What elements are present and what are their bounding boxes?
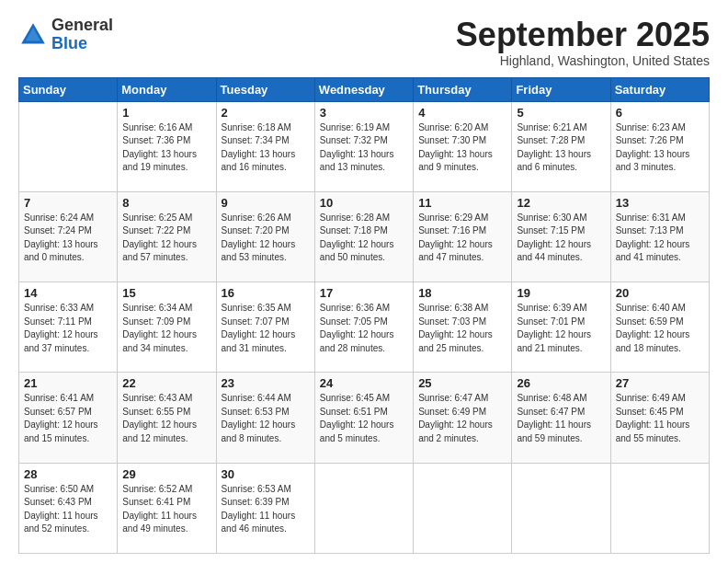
calendar-cell: 19Sunrise: 6:39 AM Sunset: 7:01 PM Dayli… xyxy=(512,282,610,373)
day-info: Sunrise: 6:44 AM Sunset: 6:53 PM Dayligh… xyxy=(222,392,310,445)
col-thursday: Thursday xyxy=(414,77,512,101)
calendar-week-5: 28Sunrise: 6:50 AM Sunset: 6:43 PM Dayli… xyxy=(19,463,710,553)
calendar-cell: 13Sunrise: 6:31 AM Sunset: 7:13 PM Dayli… xyxy=(610,191,709,282)
calendar-week-3: 14Sunrise: 6:33 AM Sunset: 7:11 PM Dayli… xyxy=(19,282,710,373)
day-number: 15 xyxy=(122,286,210,300)
calendar-cell xyxy=(19,101,118,191)
calendar-cell: 6Sunrise: 6:23 AM Sunset: 7:26 PM Daylig… xyxy=(610,101,709,191)
day-number: 2 xyxy=(222,106,310,120)
day-number: 27 xyxy=(616,376,704,390)
day-number: 11 xyxy=(418,196,506,210)
day-number: 16 xyxy=(222,286,310,300)
calendar-cell: 8Sunrise: 6:25 AM Sunset: 7:22 PM Daylig… xyxy=(118,191,216,282)
day-number: 3 xyxy=(320,106,408,120)
day-number: 14 xyxy=(24,286,112,300)
day-info: Sunrise: 6:21 AM Sunset: 7:28 PM Dayligh… xyxy=(517,121,605,175)
calendar-header-row: Sunday Monday Tuesday Wednesday Thursday… xyxy=(19,77,710,101)
calendar-cell: 5Sunrise: 6:21 AM Sunset: 7:28 PM Daylig… xyxy=(512,101,610,191)
day-info: Sunrise: 6:18 AM Sunset: 7:34 PM Dayligh… xyxy=(222,121,310,175)
calendar-cell: 21Sunrise: 6:41 AM Sunset: 6:57 PM Dayli… xyxy=(19,373,118,463)
day-number: 5 xyxy=(517,106,605,120)
day-info: Sunrise: 6:43 AM Sunset: 6:55 PM Dayligh… xyxy=(122,392,210,445)
calendar-cell: 15Sunrise: 6:34 AM Sunset: 7:09 PM Dayli… xyxy=(118,282,216,373)
day-info: Sunrise: 6:25 AM Sunset: 7:22 PM Dayligh… xyxy=(122,212,210,265)
calendar-cell: 14Sunrise: 6:33 AM Sunset: 7:11 PM Dayli… xyxy=(19,282,118,373)
calendar-table: Sunday Monday Tuesday Wednesday Thursday… xyxy=(18,77,710,554)
calendar-cell: 27Sunrise: 6:49 AM Sunset: 6:45 PM Dayli… xyxy=(610,373,709,463)
day-number: 13 xyxy=(616,196,704,210)
calendar-cell: 23Sunrise: 6:44 AM Sunset: 6:53 PM Dayli… xyxy=(216,373,314,463)
calendar-cell xyxy=(314,463,413,553)
title-block: September 2025 Highland, Washington, Uni… xyxy=(456,17,710,68)
day-info: Sunrise: 6:53 AM Sunset: 6:39 PM Dayligh… xyxy=(222,483,310,536)
calendar-cell: 2Sunrise: 6:18 AM Sunset: 7:34 PM Daylig… xyxy=(216,101,314,191)
col-friday: Friday xyxy=(512,77,610,101)
day-info: Sunrise: 6:19 AM Sunset: 7:32 PM Dayligh… xyxy=(320,121,408,175)
day-info: Sunrise: 6:29 AM Sunset: 7:16 PM Dayligh… xyxy=(418,212,506,265)
day-info: Sunrise: 6:47 AM Sunset: 6:49 PM Dayligh… xyxy=(418,392,506,445)
calendar-cell: 9Sunrise: 6:26 AM Sunset: 7:20 PM Daylig… xyxy=(216,191,314,282)
day-number: 17 xyxy=(320,286,408,300)
day-number: 29 xyxy=(122,467,210,481)
day-info: Sunrise: 6:24 AM Sunset: 7:24 PM Dayligh… xyxy=(24,212,112,265)
day-number: 4 xyxy=(418,106,506,120)
location: Highland, Washington, United States xyxy=(456,53,710,68)
logo-blue: Blue xyxy=(51,34,87,52)
day-number: 10 xyxy=(320,196,408,210)
day-number: 6 xyxy=(616,106,704,120)
calendar-week-1: 1Sunrise: 6:16 AM Sunset: 7:36 PM Daylig… xyxy=(19,101,710,191)
calendar-cell: 10Sunrise: 6:28 AM Sunset: 7:18 PM Dayli… xyxy=(314,191,413,282)
day-info: Sunrise: 6:39 AM Sunset: 7:01 PM Dayligh… xyxy=(517,302,605,355)
day-number: 9 xyxy=(222,196,310,210)
day-number: 8 xyxy=(122,196,210,210)
day-info: Sunrise: 6:28 AM Sunset: 7:18 PM Dayligh… xyxy=(320,212,408,265)
day-info: Sunrise: 6:30 AM Sunset: 7:15 PM Dayligh… xyxy=(517,212,605,265)
col-wednesday: Wednesday xyxy=(314,77,413,101)
calendar-cell: 4Sunrise: 6:20 AM Sunset: 7:30 PM Daylig… xyxy=(414,101,512,191)
calendar-cell: 17Sunrise: 6:36 AM Sunset: 7:05 PM Dayli… xyxy=(314,282,413,373)
logo-text: General Blue xyxy=(51,17,113,53)
calendar-cell: 25Sunrise: 6:47 AM Sunset: 6:49 PM Dayli… xyxy=(414,373,512,463)
day-number: 20 xyxy=(616,286,704,300)
calendar-cell: 22Sunrise: 6:43 AM Sunset: 6:55 PM Dayli… xyxy=(118,373,216,463)
day-info: Sunrise: 6:20 AM Sunset: 7:30 PM Dayligh… xyxy=(418,121,506,175)
day-info: Sunrise: 6:26 AM Sunset: 7:20 PM Dayligh… xyxy=(222,212,310,265)
calendar-cell: 18Sunrise: 6:38 AM Sunset: 7:03 PM Dayli… xyxy=(414,282,512,373)
day-number: 21 xyxy=(24,376,112,390)
calendar-cell: 30Sunrise: 6:53 AM Sunset: 6:39 PM Dayli… xyxy=(216,463,314,553)
day-info: Sunrise: 6:49 AM Sunset: 6:45 PM Dayligh… xyxy=(616,392,704,445)
day-info: Sunrise: 6:23 AM Sunset: 7:26 PM Dayligh… xyxy=(616,121,704,175)
day-number: 7 xyxy=(24,196,112,210)
logo-general: General xyxy=(51,16,113,34)
logo: General Blue xyxy=(18,17,113,53)
calendar-cell xyxy=(512,463,610,553)
calendar-cell: 11Sunrise: 6:29 AM Sunset: 7:16 PM Dayli… xyxy=(414,191,512,282)
day-number: 28 xyxy=(24,467,112,481)
day-info: Sunrise: 6:31 AM Sunset: 7:13 PM Dayligh… xyxy=(616,212,704,265)
month-title: September 2025 xyxy=(456,17,710,53)
day-info: Sunrise: 6:50 AM Sunset: 6:43 PM Dayligh… xyxy=(24,483,112,536)
day-number: 24 xyxy=(320,376,408,390)
day-number: 25 xyxy=(418,376,506,390)
calendar-cell: 7Sunrise: 6:24 AM Sunset: 7:24 PM Daylig… xyxy=(19,191,118,282)
day-info: Sunrise: 6:35 AM Sunset: 7:07 PM Dayligh… xyxy=(222,302,310,355)
day-info: Sunrise: 6:48 AM Sunset: 6:47 PM Dayligh… xyxy=(517,392,605,445)
day-info: Sunrise: 6:40 AM Sunset: 6:59 PM Dayligh… xyxy=(616,302,704,355)
calendar-cell: 3Sunrise: 6:19 AM Sunset: 7:32 PM Daylig… xyxy=(314,101,413,191)
day-number: 30 xyxy=(222,467,310,481)
calendar-cell: 28Sunrise: 6:50 AM Sunset: 6:43 PM Dayli… xyxy=(19,463,118,553)
col-tuesday: Tuesday xyxy=(216,77,314,101)
day-info: Sunrise: 6:33 AM Sunset: 7:11 PM Dayligh… xyxy=(24,302,112,355)
calendar-cell: 20Sunrise: 6:40 AM Sunset: 6:59 PM Dayli… xyxy=(610,282,709,373)
day-number: 22 xyxy=(122,376,210,390)
day-info: Sunrise: 6:38 AM Sunset: 7:03 PM Dayligh… xyxy=(418,302,506,355)
calendar-cell: 1Sunrise: 6:16 AM Sunset: 7:36 PM Daylig… xyxy=(118,101,216,191)
calendar-cell: 26Sunrise: 6:48 AM Sunset: 6:47 PM Dayli… xyxy=(512,373,610,463)
day-info: Sunrise: 6:52 AM Sunset: 6:41 PM Dayligh… xyxy=(122,483,210,536)
calendar-cell: 16Sunrise: 6:35 AM Sunset: 7:07 PM Dayli… xyxy=(216,282,314,373)
calendar-cell: 24Sunrise: 6:45 AM Sunset: 6:51 PM Dayli… xyxy=(314,373,413,463)
day-info: Sunrise: 6:45 AM Sunset: 6:51 PM Dayligh… xyxy=(320,392,408,445)
col-monday: Monday xyxy=(118,77,216,101)
day-number: 23 xyxy=(222,376,310,390)
col-sunday: Sunday xyxy=(19,77,118,101)
